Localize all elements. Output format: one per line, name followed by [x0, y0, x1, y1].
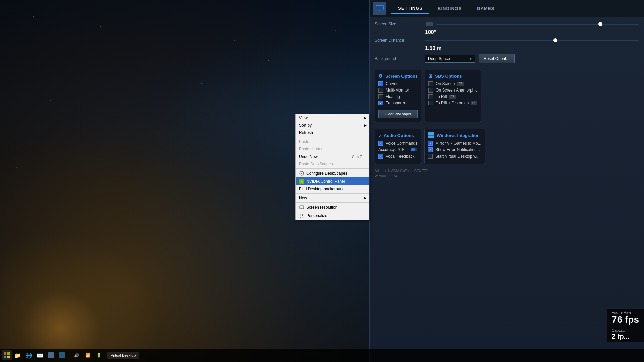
- context-menu-paste-label: Paste: [299, 139, 309, 144]
- curved-label[interactable]: Curved: [386, 81, 399, 86]
- screen-size-slider-thumb[interactable]: [598, 22, 602, 26]
- accuracy-row: Accuracy: 70%: [378, 147, 417, 152]
- context-menu-nvidia-control[interactable]: N NVIDIA Control Panel: [296, 177, 369, 185]
- screen-distance-row: Screen Distance: [375, 38, 639, 43]
- taskbar-item-5[interactable]: [46, 350, 56, 360]
- sbs-options-icon: ⊞: [428, 73, 432, 79]
- voice-commands-label[interactable]: Voice Commands: [386, 141, 417, 146]
- context-menu-view[interactable]: View ▶: [296, 114, 369, 122]
- screen-distance-slider-wrapper: [425, 40, 639, 41]
- fps-display: Frame Rate 76 fps Captu... 2 fp...: [607, 309, 644, 342]
- start-virtual-checkbox[interactable]: [428, 154, 433, 159]
- fps-label: Frame Rate: [612, 310, 639, 314]
- torift-label[interactable]: To Rift F8: [436, 94, 456, 99]
- context-menu-undo-label: Undo New: [299, 154, 318, 159]
- context-menu-paste-shortcut: Paste shortcut: [296, 145, 369, 153]
- onscreen-anamorphic-label[interactable]: On Screen Anamorphic: [436, 88, 477, 93]
- vocal-feedback-label[interactable]: Vocal Feedback: [386, 154, 414, 159]
- screen-options-title: ⚙ Screen Options: [378, 73, 418, 79]
- screen-size-value-row: 100°: [375, 29, 639, 35]
- taskbar-tray-item-3[interactable]: 🔋: [94, 350, 104, 360]
- reset-orient-button[interactable]: Reset Orient...: [479, 54, 515, 63]
- adapter-info: Adapter: NVIDIA GeForce GTX 770: [375, 169, 639, 173]
- background-label: Background: [375, 56, 422, 61]
- context-menu-personalize[interactable]: Personalize: [296, 212, 369, 220]
- screen-size-slider-wrapper: [436, 24, 639, 25]
- screen-distance-value-row: 1.50 m: [375, 45, 639, 51]
- nvidia-control-label: NVIDIA Control Panel: [306, 179, 345, 184]
- onscreen-checkbox[interactable]: [428, 81, 433, 86]
- audio-options-title: ♪ Audio Options: [378, 132, 417, 138]
- taskbar-system-tray: 🔊 📶 🔋: [71, 350, 104, 360]
- taskbar-file-explorer[interactable]: 📁: [13, 350, 23, 360]
- floating-checkbox[interactable]: [378, 94, 383, 99]
- onscreen-anamorphic-checkbox[interactable]: [428, 88, 433, 93]
- show-error-label[interactable]: Show Error Notification...: [435, 147, 480, 152]
- separator-4: [296, 202, 369, 203]
- background-dropdown[interactable]: Deep Space ▼: [425, 55, 475, 63]
- context-menu-sortby-label: Sort by: [299, 123, 312, 128]
- taskbar-virtual-desktop[interactable]: Virtual Desktop: [107, 352, 139, 359]
- svg-text:N: N: [301, 180, 303, 183]
- undo-shortcut: Ctrl+Z: [352, 155, 362, 159]
- context-menu-new[interactable]: New ▶: [296, 194, 369, 202]
- tab-bindings[interactable]: BINDINGS: [431, 3, 469, 14]
- taskbar-start-button[interactable]: [2, 350, 12, 360]
- taskbar-mail[interactable]: ✉️: [35, 350, 45, 360]
- show-error-checkbox[interactable]: [428, 147, 433, 152]
- context-menu-screen-resolution[interactable]: Screen resolution: [296, 203, 369, 212]
- torift-distortion-label[interactable]: To Rift + Distortion F9: [436, 101, 477, 105]
- vocal-feedback-checkbox[interactable]: [378, 154, 383, 159]
- onscreen-label[interactable]: On Screen F6: [436, 81, 464, 86]
- svg-rect-14: [7, 356, 10, 358]
- screen-size-row: Screen Size F2: [375, 22, 639, 26]
- floating-label[interactable]: Floating: [386, 94, 400, 99]
- background-value: Deep Space: [428, 56, 450, 61]
- screen-options-icon: ⚙: [378, 73, 383, 79]
- screen-distance-label: Screen Distance: [375, 38, 422, 43]
- svg-rect-4: [300, 206, 304, 209]
- option-onscreen: On Screen F6: [428, 81, 477, 86]
- adapter-label: Adapter:: [375, 169, 387, 173]
- screen-distance-slider-track[interactable]: [425, 40, 639, 41]
- deskscapes-icon: [299, 171, 304, 176]
- monitor-icon: [373, 2, 386, 15]
- voice-commands-checkbox[interactable]: [378, 141, 383, 146]
- curved-checkbox[interactable]: [378, 81, 383, 86]
- tab-games[interactable]: GAMES: [470, 3, 501, 14]
- lower-options-columns: ♪ Audio Options Voice Commands Accuracy:…: [375, 129, 639, 167]
- multimonitor-label[interactable]: Multi-Monitor: [386, 88, 409, 93]
- context-menu-find-bg[interactable]: Find Desktop background: [296, 185, 369, 193]
- context-menu-undo-new[interactable]: Undo New Ctrl+Z: [296, 153, 369, 160]
- start-virtual-label[interactable]: Start Virtual Desktop wi...: [435, 154, 481, 159]
- adapter-value: NVIDIA GeForce GTX 770: [388, 169, 428, 173]
- option-onscreen-anamorphic: On Screen Anamorphic: [428, 88, 477, 93]
- screen-distance-slider-thumb[interactable]: [553, 38, 557, 42]
- taskbar-item-6[interactable]: [57, 350, 67, 360]
- torift-distortion-checkbox[interactable]: [428, 101, 433, 105]
- context-menu-sortby[interactable]: Sort by ▶: [296, 122, 369, 129]
- windows-integration-title: Windows Integration: [428, 132, 481, 138]
- version-value: 0.9.24: [388, 174, 397, 178]
- mirror-vr-label[interactable]: Mirror VR Games to Mo...: [435, 141, 481, 146]
- context-menu-refresh[interactable]: Refresh: [296, 129, 369, 136]
- clear-wallpaper-button[interactable]: Clear Wallpaper: [378, 110, 418, 118]
- taskbar-tray-item-2[interactable]: 📶: [83, 350, 93, 360]
- taskbar-browser[interactable]: 🌐: [24, 350, 34, 360]
- screen-size-value: 100°: [425, 29, 436, 35]
- windows-logo-icon: [428, 132, 434, 138]
- tab-settings[interactable]: SETTINGS: [391, 3, 429, 14]
- version-info: Version: 0.9.24: [375, 174, 639, 178]
- audio-options-box: ♪ Audio Options Voice Commands Accuracy:…: [375, 129, 421, 164]
- transparent-checkbox[interactable]: [378, 101, 383, 105]
- mirror-vr-checkbox[interactable]: [428, 141, 433, 146]
- screen-size-slider-track[interactable]: [436, 24, 639, 25]
- multimonitor-checkbox[interactable]: [378, 88, 383, 93]
- nvidia-icon: N: [299, 179, 304, 184]
- audio-options-label: Audio Options: [384, 133, 414, 138]
- context-menu: View ▶ Sort by ▶ Refresh Paste Paste sho…: [295, 114, 369, 220]
- transparent-label[interactable]: Transparent: [386, 101, 407, 105]
- taskbar-tray-item-1[interactable]: 🔊: [71, 350, 82, 360]
- torift-checkbox[interactable]: [428, 94, 433, 99]
- context-menu-configure-deskscapes[interactable]: Configure DeskScapes: [296, 169, 369, 177]
